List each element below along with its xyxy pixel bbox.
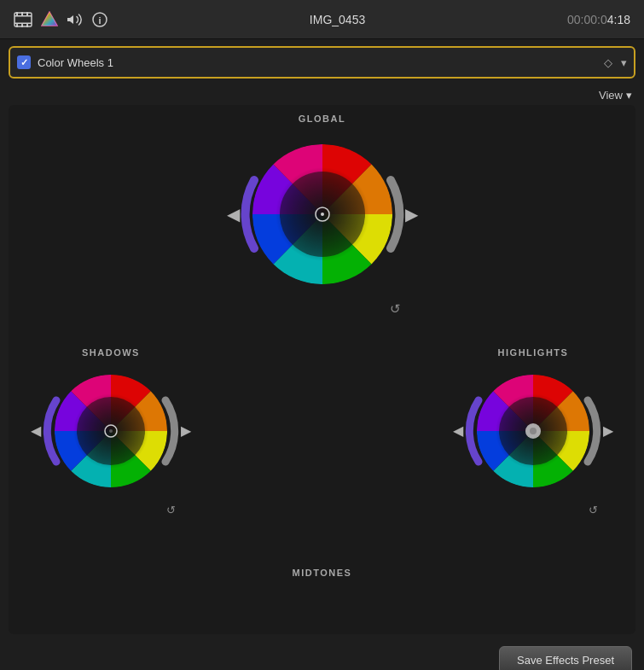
global-color-wheel[interactable] — [246, 137, 399, 291]
highlights-arrow-left: ◀ — [453, 424, 463, 438]
shadows-wheel-container[interactable]: ◀ — [43, 363, 179, 499]
time-current: 4:18 — [607, 13, 630, 26]
shadows-reset-icon[interactable]: ↺ — [166, 504, 176, 516]
highlights-color-wheel[interactable] — [470, 368, 596, 494]
view-row: View ▾ — [0, 85, 644, 105]
effect-header-controls: ◇ ▾ — [604, 56, 627, 69]
global-wheel-section: GLOBAL ◀ — [237, 114, 408, 300]
speaker-icon[interactable] — [67, 12, 84, 27]
time-prefix: 00:00:0 — [567, 13, 607, 26]
svg-rect-2 — [15, 22, 32, 24]
view-button[interactable]: View ▾ — [599, 89, 632, 102]
view-chevron-icon: ▾ — [626, 89, 632, 102]
svg-marker-10 — [42, 12, 57, 26]
highlights-label: HIGHLIGHTS — [498, 347, 569, 358]
view-label: View — [599, 89, 623, 102]
save-effects-preset-button[interactable]: Save Effects Preset — [499, 646, 632, 670]
shadows-color-wheel[interactable] — [48, 368, 174, 494]
prism-icon[interactable] — [41, 11, 58, 28]
playhead-time: 00:00:04:18 — [567, 13, 630, 26]
svg-point-23 — [109, 429, 113, 433]
keyframe-diamond-icon[interactable]: ◇ — [604, 56, 612, 69]
global-wheel-container[interactable]: ◀ — [237, 129, 408, 300]
global-label: GLOBAL — [299, 114, 345, 124]
color-wheels-area: GLOBAL ◀ — [9, 105, 635, 634]
midtones-label-bottom: MIDTONES — [293, 568, 352, 583]
top-bar: i IMG_0453 00:00:04:18 — [0, 0, 644, 39]
global-wheel-arrow-right: ▶ — [405, 206, 418, 223]
toolbar-icons: i — [14, 11, 107, 28]
svg-rect-4 — [21, 12, 23, 15]
svg-rect-7 — [21, 24, 23, 27]
svg-point-18 — [321, 213, 324, 216]
effect-enable-checkbox[interactable] — [17, 55, 31, 69]
effect-chevron-icon[interactable]: ▾ — [621, 56, 627, 69]
svg-rect-6 — [16, 24, 18, 27]
film-icon[interactable] — [14, 12, 32, 27]
svg-rect-3 — [16, 12, 18, 15]
shadows-wheel-section: SHADOWS ◀ — [17, 347, 205, 499]
highlights-arrow-right: ▶ — [603, 424, 613, 438]
svg-rect-5 — [26, 12, 28, 15]
midtones-label: MIDTONES — [293, 568, 352, 578]
svg-rect-1 — [15, 15, 32, 17]
global-reset-icon[interactable]: ↺ — [390, 301, 401, 317]
global-wheel-arrow-left: ◀ — [227, 206, 240, 223]
bottom-bar: Save Effects Preset — [0, 639, 644, 670]
highlights-reset-icon[interactable]: ↺ — [589, 504, 598, 516]
shadows-arrow-left: ◀ — [31, 424, 41, 438]
shadows-label: SHADOWS — [82, 347, 140, 358]
bottom-wheels-row: SHADOWS ◀ — [17, 347, 627, 499]
effect-name: Color Wheels 1 — [38, 56, 604, 69]
shadows-arrow-right: ▶ — [181, 424, 191, 438]
highlights-wheel-section: HIGHLIGHTS ◀ — [439, 347, 627, 499]
svg-text:i: i — [98, 15, 101, 25]
svg-point-28 — [530, 428, 537, 434]
effect-header[interactable]: Color Wheels 1 ◇ ▾ — [9, 46, 635, 79]
clip-title: IMG_0453 — [310, 13, 365, 26]
svg-rect-8 — [26, 24, 28, 27]
info-icon[interactable]: i — [92, 12, 107, 27]
highlights-wheel-container[interactable]: ◀ — [465, 363, 601, 499]
